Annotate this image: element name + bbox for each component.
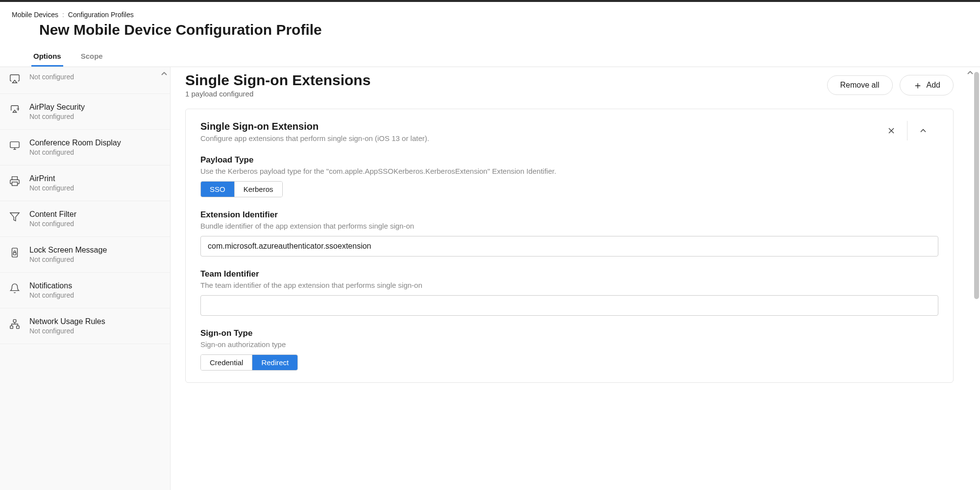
svg-rect-11	[17, 326, 19, 329]
printer-icon	[9, 175, 21, 187]
sidebar-item-conference-room[interactable]: Conference Room Display Not configured	[0, 130, 170, 165]
signon-type-label: Sign-on Type	[200, 328, 938, 338]
sso-extension-card: Single Sign-on Extension Configure app e…	[185, 109, 954, 383]
remove-all-button[interactable]: Remove all	[827, 75, 893, 95]
signon-type-segment: Credential Redirect	[200, 354, 298, 371]
bell-icon	[9, 282, 21, 294]
sidebar-item-lock-screen[interactable]: Lock Screen Message Not configured	[0, 237, 170, 273]
sidebar-item-status: Not configured	[29, 256, 159, 263]
scrollbar-thumb[interactable]	[974, 72, 979, 299]
svg-rect-2	[10, 142, 19, 148]
add-button[interactable]: ＋ Add	[900, 75, 954, 95]
svg-marker-1	[13, 110, 16, 113]
sidebar-item-status: Not configured	[29, 113, 159, 120]
page-title: New Mobile Device Configuration Profile	[39, 22, 968, 38]
sidebar-item-label: AirPlay Security	[29, 103, 159, 112]
svg-rect-8	[13, 253, 16, 255]
sidebar-item-label: Conference Room Display	[29, 139, 159, 147]
sidebar-scroll-up-icon[interactable]	[161, 69, 167, 78]
section-subtitle: 1 payload configured	[185, 90, 370, 98]
section-title: Single Sign-on Extensions	[185, 72, 370, 89]
airplay-icon	[9, 73, 21, 85]
sidebar-item-label: Content Filter	[29, 210, 159, 219]
main-content: Single Sign-on Extensions 1 payload conf…	[171, 67, 980, 490]
plus-icon: ＋	[913, 80, 923, 90]
close-card-button[interactable]	[876, 121, 907, 140]
sidebar-item-notifications[interactable]: Notifications Not configured	[0, 273, 170, 308]
svg-marker-6	[10, 213, 19, 221]
signon-type-credential[interactable]: Credential	[201, 355, 252, 370]
field-extension-identifier: Extension Identifier Bundle identifier o…	[200, 210, 938, 257]
breadcrumb-separator: :	[62, 11, 64, 19]
payload-type-desc: Use the Kerberos payload type for the "c…	[200, 167, 938, 175]
main-scrollbar[interactable]	[974, 72, 979, 485]
collapse-card-button[interactable]	[907, 121, 938, 140]
airplay-shield-icon	[9, 104, 21, 116]
payload-type-label: Payload Type	[200, 155, 938, 165]
display-icon	[9, 140, 21, 151]
sidebar-item-airplay-security[interactable]: AirPlay Security Not configured	[0, 94, 170, 130]
tab-options[interactable]: Options	[31, 47, 63, 67]
signon-type-desc: Sign-on authorization type	[200, 340, 938, 349]
card-title: Single Sign-on Extension	[200, 121, 429, 132]
field-signon-type: Sign-on Type Sign-on authorization type …	[200, 328, 938, 371]
payload-type-segment: SSO Kerberos	[200, 181, 283, 197]
tab-scope[interactable]: Scope	[79, 47, 105, 67]
network-icon	[9, 318, 21, 330]
sidebar-item-label: Notifications	[29, 281, 159, 290]
close-icon	[886, 126, 896, 136]
breadcrumb: Mobile Devices : Configuration Profiles	[12, 11, 968, 19]
payload-type-sso[interactable]: SSO	[201, 182, 235, 197]
add-button-label: Add	[927, 81, 940, 90]
team-id-input[interactable]	[200, 295, 938, 316]
payload-type-kerberos[interactable]: Kerberos	[235, 182, 282, 197]
page-header: Mobile Devices : Configuration Profiles …	[0, 2, 980, 67]
signon-type-redirect[interactable]: Redirect	[252, 355, 297, 370]
sidebar-item-status: Not configured	[29, 184, 159, 192]
sidebar-item-status: Not configured	[29, 73, 159, 81]
svg-marker-0	[12, 80, 17, 83]
sidebar-item-status: Not configured	[29, 291, 159, 299]
extension-id-label: Extension Identifier	[200, 210, 938, 220]
breadcrumb-mobile-devices[interactable]: Mobile Devices	[12, 11, 58, 19]
sidebar-item-label: Lock Screen Message	[29, 246, 159, 255]
svg-rect-9	[13, 320, 16, 323]
phone-lock-icon	[9, 247, 21, 258]
svg-rect-10	[10, 326, 13, 329]
chevron-up-icon	[918, 126, 928, 136]
sidebar-item-network-rules[interactable]: Network Usage Rules Not configured	[0, 308, 170, 344]
svg-rect-5	[12, 182, 18, 186]
extension-id-desc: Bundle identifier of the app extension t…	[200, 222, 938, 230]
sidebar-item-airprint[interactable]: AirPrint Not configured	[0, 165, 170, 201]
sidebar[interactable]: Not configured AirPlay Security Not conf…	[0, 67, 171, 490]
card-description: Configure app extensions that perform si…	[200, 134, 429, 142]
field-team-identifier: Team Identifier The team identifier of t…	[200, 269, 938, 316]
main-scroll-up-icon[interactable]	[967, 68, 973, 77]
breadcrumb-config-profiles[interactable]: Configuration Profiles	[68, 11, 134, 19]
sidebar-item-status: Not configured	[29, 327, 159, 335]
team-id-desc: The team identifier of the app extension…	[200, 281, 938, 289]
sidebar-item-label: Network Usage Rules	[29, 317, 159, 326]
sidebar-item-status: Not configured	[29, 148, 159, 156]
tabs: Options Scope	[12, 47, 968, 67]
filter-icon	[9, 211, 21, 223]
sidebar-item-label: AirPrint	[29, 174, 159, 183]
sidebar-item-content-filter[interactable]: Content Filter Not configured	[0, 201, 170, 237]
extension-id-input[interactable]	[200, 236, 938, 257]
sidebar-item-status: Not configured	[29, 220, 159, 228]
sidebar-item-airplay-top[interactable]: Not configured	[0, 67, 170, 94]
team-id-label: Team Identifier	[200, 269, 938, 279]
field-payload-type: Payload Type Use the Kerberos payload ty…	[200, 155, 938, 197]
